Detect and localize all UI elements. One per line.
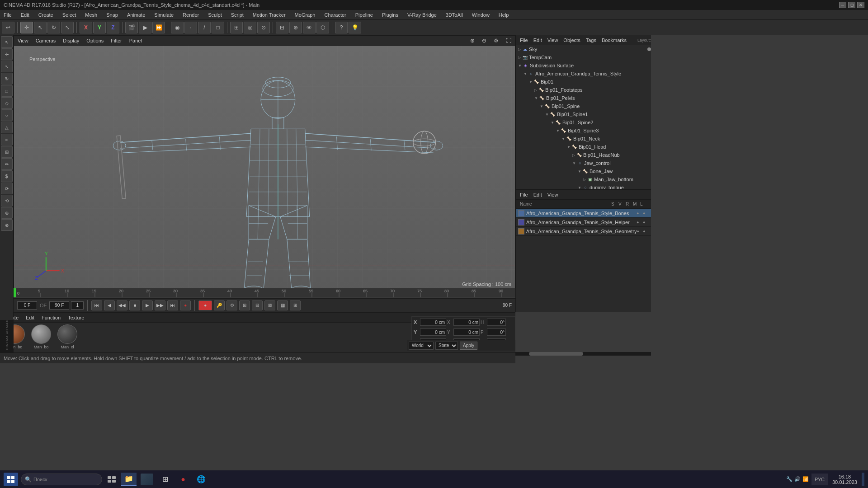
render-active[interactable]: ▶ [139,22,151,33]
z-axis[interactable]: Z [107,22,119,33]
viewport-tab-cameras[interactable]: Cameras [36,38,56,43]
fps-input[interactable] [71,301,84,310]
material-swatch-1[interactable]: Man_bo [30,324,52,349]
solo-mode[interactable]: ◎ [244,22,256,33]
menu-file[interactable]: File [2,11,14,19]
obj-bip01-neck[interactable]: ▼ 🦴 Bip01_Neck [516,135,651,143]
y-rotation-input[interactable] [453,328,480,336]
material-swatch-2[interactable]: Man_cl [56,324,79,349]
horizontal-scrollbar[interactable] [515,352,651,356]
sidebar-s7[interactable]: ✏ [1,158,13,170]
stop-button[interactable]: ■ [129,300,140,310]
sidebar-s5[interactable]: ≡ [1,134,13,145]
menu-select[interactable]: Select [61,11,78,19]
sidebar-scale[interactable]: ⤡ [1,61,13,72]
viewport-tab-filter[interactable]: Filter [111,38,122,43]
close-button[interactable]: ✕ [857,2,864,8]
minimize-button[interactable]: ─ [839,2,846,8]
sidebar-s1[interactable]: □ [1,85,13,97]
play-reverse-button[interactable]: ◀◀ [117,300,127,310]
viewport-solo[interactable]: ⊙ [257,22,270,33]
vp-collapse[interactable]: ⊖ [482,38,486,44]
obj-tab-tags[interactable]: Tags [586,38,596,43]
undo-button[interactable]: ↩ [2,22,14,33]
menu-edit[interactable]: Edit [19,11,31,19]
menu-pipeline[interactable]: Pipeline [354,11,375,19]
viewport-content[interactable]: Perspective [14,46,515,288]
obj-bip01-spine3[interactable]: ▼ 🦴 Bip01_Spine3 [516,127,651,135]
vp-expand[interactable]: ⊕ [470,38,475,44]
sidebar-select[interactable]: ↖ [1,36,13,48]
menu-plugins[interactable]: Plugins [380,11,400,19]
autokey-button[interactable]: ● [198,300,212,310]
obj-bip01-head[interactable]: ▼ 🦴 Bip01_Head [516,143,651,151]
menu-mograph[interactable]: MoGraph [293,11,317,19]
obj-dummy-tongue[interactable]: ▼ ○ dummy_tongue [516,183,651,189]
prev-frame-button[interactable]: ◀ [104,300,115,310]
display-filter[interactable]: 👁 [303,22,316,33]
sidebar-s6[interactable]: ⊞ [1,146,13,158]
search-bar[interactable]: 🔍 Поиск [21,474,102,485]
sidebar-s11[interactable]: ⊕ [1,207,13,219]
menu-character[interactable]: Character [322,11,348,19]
go-end-button[interactable]: ⏭ [167,300,178,310]
h-input[interactable] [487,319,506,326]
sidebar-s10[interactable]: ⟲ [1,195,13,206]
menu-mesh[interactable]: Mesh [83,11,99,19]
language-indicator[interactable]: РУС [811,474,828,485]
anim-key-btn[interactable]: 🔑 [214,300,225,310]
obj-bip01-spine1[interactable]: ▼ 🦴 Bip01_Spine1 [516,110,651,118]
obj-subdiv[interactable]: ▼ ◈ Subdivision Surface [516,61,651,70]
menu-script[interactable]: Script [229,11,245,19]
obj-tab-edit[interactable]: Edit [533,38,542,43]
sidebar-s4[interactable]: △ [1,122,13,133]
render-view[interactable]: 🎬 [125,22,138,33]
axis-toggle[interactable]: ⊕ [289,22,302,33]
viewport-tab-display[interactable]: Display [63,38,79,43]
mat-tab-texture[interactable]: Texture [68,315,84,320]
obj-jaw-control[interactable]: ▼ ○ Jaw_control [516,159,651,167]
material-row-bones[interactable]: Afro_American_Grandpa_Tennis_Style_Bones… [516,209,651,218]
y-axis[interactable]: Y [93,22,106,33]
x-position-input[interactable] [420,319,446,326]
y-position-input[interactable] [420,328,446,336]
menu-create[interactable]: Create [37,11,55,19]
x-axis[interactable]: X [80,22,92,33]
mm-tab-view[interactable]: View [547,192,558,197]
viewport-tab-panel[interactable]: Panel [129,38,142,43]
sidebar-s12[interactable]: ⊗ [1,219,13,231]
help-btn[interactable]: ? [335,22,348,33]
anim-s4[interactable]: ▦ [277,300,288,310]
render-all[interactable]: ⏩ [152,22,165,33]
material-row-helper[interactable]: Afro_American_Grandpa_Tennis_Style_Helpe… [516,218,651,227]
obj-bip01-footsteps[interactable]: ▷ 🦴 Bip01_Footsteps [516,86,651,94]
mm-tab-edit[interactable]: Edit [533,192,542,197]
obj-tab-bookmarks[interactable]: Bookmarks [602,38,627,43]
obj-bone-jaw[interactable]: ▼ 🦴 Bone_Jaw [516,167,651,175]
poly-mode[interactable]: □ [212,22,224,33]
menu-animate[interactable]: Animate [125,11,147,19]
object-mode[interactable]: ◉ [171,22,184,33]
mat-tab-edit[interactable]: Edit [26,315,34,320]
viewport-tab-view[interactable]: View [18,38,28,43]
move-tool[interactable]: ✛ [20,22,33,33]
play-button[interactable]: ▶ [142,300,153,310]
timeline-ruler[interactable]: 0 5 10 15 20 25 30 35 40 45 50 55 60 [14,288,515,297]
vp-fullscreen[interactable]: ⛶ [506,38,511,44]
obj-tab-view[interactable]: View [547,38,558,43]
anim-settings[interactable]: ⚙ [226,300,237,310]
obj-tab-file[interactable]: File [520,38,528,43]
menu-vray[interactable]: V-Ray Bridge [406,11,439,19]
current-frame-display[interactable] [49,301,69,310]
menu-window[interactable]: Window [470,11,491,19]
taskbar-explorer[interactable]: 📁 [121,473,137,486]
obj-bip01-pelvis[interactable]: ▼ 🦴 Bip01_Pelvis [516,94,651,102]
taskbar-app3[interactable]: 🌐 [193,473,209,486]
sidebar-s2[interactable]: ◇ [1,97,13,109]
vp-settings[interactable]: ⚙ [494,38,499,44]
clock-display[interactable]: 16:18 30.01.2023 [830,474,859,485]
material-row-geometry[interactable]: Afro_American_Grandpa_Tennis_Style_Geome… [516,227,651,236]
menu-sculpt[interactable]: Sculpt [206,11,224,19]
p-input[interactable] [487,328,506,336]
mat-tab-function[interactable]: Function [42,315,61,320]
